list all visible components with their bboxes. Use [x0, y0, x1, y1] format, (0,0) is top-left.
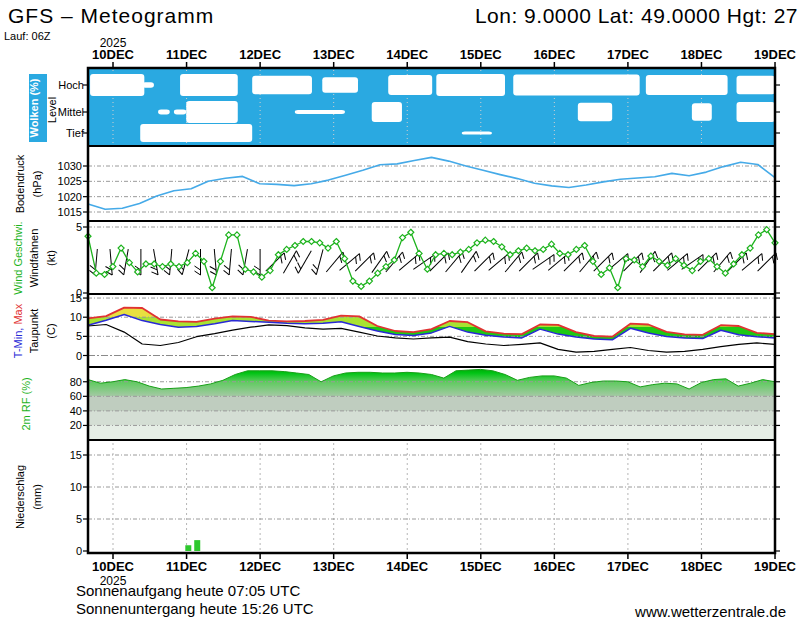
clouds-panel: [88, 68, 775, 146]
svg-text:15DEC: 15DEC: [460, 559, 503, 574]
precip-axis-label: Niederschlag: [14, 465, 26, 529]
wind-barb-axis-label: Windfahnen: [28, 229, 40, 288]
precipitation-panel: [88, 443, 775, 551]
dewpoint-axis-label: Taupunkt: [28, 309, 40, 354]
svg-text:0: 0: [76, 350, 82, 362]
temp-axis-unit: (C): [45, 323, 57, 338]
meteogram-chart: 2025 2025 10DEC10DEC11DEC11DEC12DEC12DEC…: [0, 0, 800, 625]
svg-text:17DEC: 17DEC: [607, 47, 650, 62]
svg-text:10: 10: [70, 311, 82, 323]
svg-text:10DEC: 10DEC: [92, 47, 135, 62]
svg-text:5: 5: [76, 221, 82, 233]
wind-speed-axis-label: Wind Geschwi.: [12, 221, 24, 294]
sunrise-info: Sonnenaufgang heute 07:05 UTC: [76, 582, 300, 599]
svg-text:20: 20: [70, 419, 82, 431]
pressure-panel: [88, 157, 775, 212]
clouds-level-label: Level: [46, 97, 58, 123]
svg-text:14DEC: 14DEC: [386, 559, 429, 574]
temp-min-label-part: T-Min,: [12, 328, 24, 359]
svg-text:19DEC: 19DEC: [754, 47, 797, 62]
svg-text:5: 5: [76, 330, 82, 342]
svg-text:1020: 1020: [58, 191, 82, 203]
svg-text:18DEC: 18DEC: [681, 559, 724, 574]
svg-text:10: 10: [70, 481, 82, 493]
svg-text:15DEC: 15DEC: [460, 47, 503, 62]
humidity-panel: [88, 369, 775, 440]
svg-text:17DEC: 17DEC: [607, 559, 650, 574]
wind-axis-unit: (kt): [45, 250, 57, 266]
svg-text:12DEC: 12DEC: [239, 47, 282, 62]
svg-text:11DEC: 11DEC: [166, 559, 208, 574]
svg-text:18DEC: 18DEC: [681, 47, 724, 62]
svg-text:0: 0: [76, 545, 82, 557]
precip-axis-unit: (mm): [31, 484, 43, 510]
humidity-axis-label: 2m RF (%): [20, 377, 32, 430]
svg-text:60: 60: [70, 390, 82, 402]
svg-text:80: 80: [70, 376, 82, 388]
cloud-row-hoch: Hoch: [58, 79, 84, 91]
temp-max-label-part: Max: [12, 303, 24, 327]
svg-text:13DEC: 13DEC: [313, 559, 356, 574]
temp-minmax-axis-label: T-Min, Max: [12, 303, 24, 358]
svg-text:1015: 1015: [58, 206, 82, 218]
svg-text:1030: 1030: [58, 160, 82, 172]
clouds-axis-label: Wolken (%): [28, 78, 40, 137]
pressure-axis-unit: (hPa): [31, 171, 43, 198]
svg-text:1025: 1025: [58, 175, 82, 187]
temperature-panel: [88, 298, 775, 355]
website-credit: www.wetterzentrale.de: [635, 603, 786, 620]
svg-text:16DEC: 16DEC: [533, 559, 576, 574]
cloud-row-mittel: Mittel: [58, 106, 84, 118]
svg-text:19DEC: 19DEC: [754, 559, 797, 574]
svg-text:40: 40: [70, 405, 82, 417]
svg-text:10DEC: 10DEC: [92, 559, 135, 574]
pressure-axis-label: Bodendruck: [14, 154, 26, 213]
svg-text:12DEC: 12DEC: [239, 559, 282, 574]
svg-text:13DEC: 13DEC: [313, 47, 356, 62]
svg-text:14DEC: 14DEC: [386, 47, 429, 62]
svg-text:15: 15: [70, 449, 82, 461]
svg-text:16DEC: 16DEC: [533, 47, 576, 62]
wind-panel: [85, 227, 780, 291]
svg-text:5: 5: [76, 513, 82, 525]
meteogram-page: GFS – Meteogramm Lon: 9.0000 Lat: 49.000…: [0, 0, 800, 625]
svg-text:15: 15: [70, 292, 82, 304]
cloud-row-tief: Tief: [66, 127, 85, 139]
sunset-info: Sonnenuntergang heute 15:26 UTC: [76, 600, 314, 617]
svg-text:11DEC: 11DEC: [166, 47, 208, 62]
